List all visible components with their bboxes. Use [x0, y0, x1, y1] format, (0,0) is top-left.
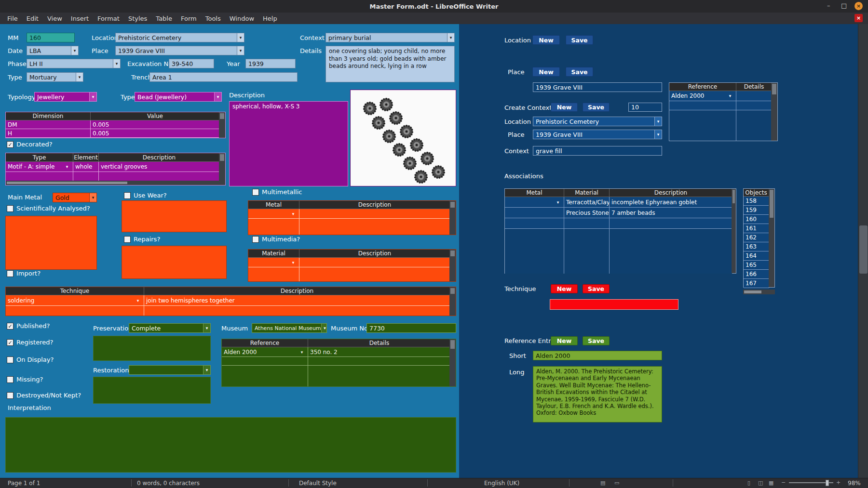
menu-styles[interactable]: Styles	[124, 14, 151, 23]
chevron-down-icon[interactable]: ▾	[289, 258, 297, 267]
book-view-icon[interactable]: ▦	[769, 480, 773, 487]
long-textarea[interactable]: Alden, M. 2000. The Prehistoric Cemetery…	[533, 366, 662, 422]
chevron-down-icon[interactable]: ▾	[214, 92, 221, 101]
place-dropdown[interactable]: 1939 Grave VIII▾	[115, 46, 244, 55]
object-id-cell[interactable]: 167	[744, 279, 769, 288]
multi-page-view-icon[interactable]: ◫	[758, 480, 763, 487]
status-page-count[interactable]: Page 1 of 1	[8, 479, 40, 487]
scrollbar-thumb[interactable]	[7, 182, 127, 184]
registered-checkbox[interactable]: ✓	[7, 339, 14, 346]
object-id-cell[interactable]: 160	[744, 215, 769, 224]
table-scrollbar[interactable]	[449, 287, 456, 316]
status-language[interactable]: English (UK)	[484, 479, 519, 487]
date-dropdown[interactable]: LBA▾	[27, 46, 79, 55]
table-scrollbar[interactable]	[219, 112, 225, 138]
chevron-down-icon[interactable]: ▾	[76, 73, 83, 81]
details-textarea[interactable]: one covering slab; young child, no more …	[326, 46, 455, 82]
technique-cell[interactable]: soldering▾	[6, 295, 144, 306]
chevron-down-icon[interactable]: ▾	[237, 46, 244, 55]
repairs-textarea[interactable]	[122, 246, 227, 279]
typology-type-dropdown[interactable]: Bead (Jewellery)▾	[135, 92, 222, 102]
decoration-element-cell[interactable]	[73, 172, 99, 181]
chevron-down-icon[interactable]: ▾	[447, 33, 454, 42]
place-save-button[interactable]: Save	[566, 67, 593, 77]
museum-dropdown[interactable]: Athens National Museum▾	[252, 323, 327, 333]
scrollbar-thumb[interactable]	[732, 190, 735, 203]
selection-mode-icon[interactable]: ▭	[614, 480, 619, 487]
object-id-cell[interactable]: 159	[744, 206, 769, 215]
menu-help[interactable]: Help	[258, 14, 282, 23]
decoration-type-cell[interactable]: Motif - A: simple▾	[6, 162, 73, 172]
table-scrollbar[interactable]	[449, 250, 456, 281]
minimize-icon[interactable]: –	[827, 2, 830, 9]
reference-entry-new-button[interactable]: New	[551, 336, 578, 345]
scientifically-analysed-checkbox[interactable]	[7, 205, 14, 212]
table-scrollbar[interactable]	[769, 189, 774, 287]
chevron-down-icon[interactable]: ▾	[654, 117, 662, 126]
object-id-cell[interactable]: 164	[744, 251, 769, 261]
menu-format[interactable]: Format	[93, 14, 124, 23]
place-new-button[interactable]: New	[532, 67, 560, 77]
value-cell[interactable]: 0.005	[91, 129, 220, 138]
objects-horizontal-scrollbar[interactable]	[743, 290, 775, 294]
assoc-metal-cell[interactable]: ▾	[505, 197, 564, 208]
phase-dropdown[interactable]: LH II▾	[27, 59, 121, 68]
repairs-checkbox[interactable]	[124, 236, 131, 243]
chevron-down-icon[interactable]: ▾	[89, 92, 96, 101]
document-close-icon[interactable]: ×	[854, 14, 863, 22]
location-new-button[interactable]: New	[532, 35, 560, 45]
technique-description-cell[interactable]: join two hemispheres together	[144, 295, 450, 306]
panel-place-input[interactable]: 1939 Grave VIII	[533, 82, 662, 92]
document-scrollbar[interactable]	[858, 24, 868, 478]
chevron-down-icon[interactable]: ▾	[298, 347, 306, 356]
technique-new-button[interactable]: New	[551, 284, 578, 293]
context-dropdown[interactable]: primary burial▾	[326, 33, 455, 42]
panel-context-location-dropdown[interactable]: Prehistoric Cemetery▾	[533, 117, 662, 126]
preservation-dropdown[interactable]: Complete▾	[129, 323, 211, 333]
decorated-checkbox[interactable]: ✓	[7, 141, 14, 148]
typology-description-textarea[interactable]: spherical, hollow, X-S 3	[229, 101, 348, 186]
context-number-input[interactable]: 10	[628, 103, 662, 112]
reference-cell[interactable]	[222, 357, 308, 366]
close-icon[interactable]: ×	[854, 2, 863, 10]
create-context-save-button[interactable]: Save	[583, 103, 610, 112]
assoc-material-cell[interactable]: Precious Stone	[564, 208, 610, 218]
menu-file[interactable]: File	[3, 14, 22, 23]
scrollbar-thumb[interactable]	[859, 225, 868, 274]
analysis-textarea[interactable]	[5, 216, 97, 270]
year-input[interactable]: 1939	[245, 59, 296, 68]
use-wear-textarea[interactable]	[122, 200, 227, 232]
panel-reference-cell[interactable]: Alden 2000▾	[669, 91, 736, 101]
table-scrollbar[interactable]	[771, 83, 777, 141]
main-metal-dropdown[interactable]: Gold▾	[53, 193, 97, 202]
chevron-down-icon[interactable]: ▾	[203, 324, 210, 332]
multimedia-checkbox[interactable]	[252, 236, 259, 243]
object-id-cell[interactable]: 162	[744, 233, 769, 242]
zoom-slider-thumb[interactable]	[826, 480, 829, 486]
chevron-down-icon[interactable]: ▾	[554, 197, 562, 207]
missing-checkbox[interactable]	[7, 376, 14, 383]
zoom-out-icon[interactable]: −	[781, 479, 786, 486]
location-save-button[interactable]: Save	[566, 35, 593, 45]
zoom-in-icon[interactable]: +	[836, 479, 841, 486]
menu-insert[interactable]: Insert	[67, 14, 93, 23]
table-scrollbar[interactable]	[449, 339, 456, 386]
scrollbar-thumb[interactable]	[220, 113, 224, 119]
mm-input[interactable]: 160	[27, 33, 75, 42]
trench-input[interactable]: Area 1	[149, 72, 298, 82]
assoc-description-cell[interactable]	[610, 218, 732, 229]
destroyed-checkbox[interactable]	[7, 392, 14, 399]
import-checkbox[interactable]	[7, 270, 14, 277]
chevron-down-icon[interactable]: ▾	[134, 295, 142, 305]
metal-description-cell[interactable]	[299, 209, 450, 219]
value-cell[interactable]: 0.005	[91, 120, 220, 129]
type-dropdown[interactable]: Mortuary▾	[27, 72, 83, 82]
object-id-cell[interactable]: 165	[744, 261, 769, 270]
panel-technique-input[interactable]	[550, 299, 678, 310]
scrollbar-thumb[interactable]	[450, 251, 455, 256]
chevron-down-icon[interactable]: ▾	[63, 162, 71, 171]
technique-save-button[interactable]: Save	[583, 284, 610, 293]
dimension-cell[interactable]: H	[6, 129, 91, 138]
chevron-down-icon[interactable]: ▾	[237, 33, 244, 42]
on-display-checkbox[interactable]	[7, 356, 14, 363]
